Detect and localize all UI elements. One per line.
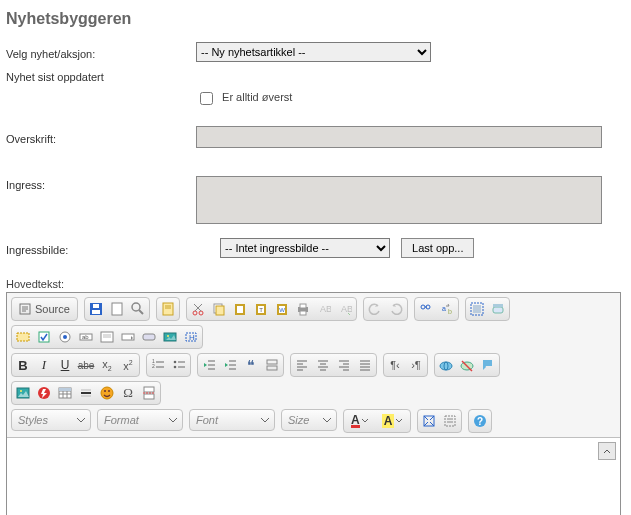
chevron-down-icon [260,415,270,425]
svg-rect-98 [59,388,71,391]
svg-point-103 [104,390,106,392]
size-combo[interactable]: Size [281,409,337,431]
button-last-opp[interactable]: Last opp... [401,238,474,258]
bold-button[interactable]: B [13,355,33,375]
svg-text:W: W [279,307,285,313]
ltr-icon: ¶‹ [390,359,400,371]
spellcheck2-button[interactable]: AB [335,299,355,319]
editor-collapse-button[interactable] [598,442,616,460]
cut-button[interactable] [188,299,208,319]
subscript-button[interactable]: x2 [97,355,117,375]
spellcheck-button[interactable]: AB [314,299,334,319]
table-button[interactable] [55,383,75,403]
underline-icon: U [61,358,70,372]
rich-text-editor: Source T W AB AB [6,292,621,515]
copy-icon [212,302,226,316]
paste-button[interactable] [230,299,250,319]
align-center-button[interactable] [313,355,333,375]
rtl-button[interactable]: ›¶ [406,355,426,375]
svg-point-58 [174,366,177,369]
replace-button[interactable]: ab [437,299,457,319]
indent-icon [223,358,237,372]
label-ingress: Ingress: [6,176,196,191]
textarea-button[interactable] [97,327,117,347]
hr-button[interactable] [76,383,96,403]
find-button[interactable] [416,299,436,319]
showblocks-button[interactable] [440,411,460,431]
div-button[interactable] [262,355,282,375]
unlink-button[interactable] [457,355,477,375]
maximize-button[interactable] [419,411,439,431]
templates-button[interactable] [158,299,178,319]
imagebutton-icon [163,330,177,344]
imagebutton-button[interactable] [160,327,180,347]
textfield-button[interactable]: ab [76,327,96,347]
font-combo[interactable]: Font [189,409,275,431]
bold-icon: B [18,358,27,373]
checkbox-button[interactable] [34,327,54,347]
chevron-down-icon [361,417,369,425]
outdent-button[interactable] [199,355,219,375]
paste-text-button[interactable]: T [251,299,271,319]
bgcolor-button[interactable]: A [376,411,410,431]
paste-word-button[interactable]: W [272,299,292,319]
link-button[interactable] [436,355,456,375]
superscript-button[interactable]: x2 [118,355,138,375]
copy-button[interactable] [209,299,229,319]
svg-rect-17 [237,306,243,313]
image-icon [16,386,30,400]
textcolor-button[interactable]: A [345,411,375,431]
smiley-button[interactable] [97,383,117,403]
redo-button[interactable] [386,299,406,319]
hiddenfield-button[interactable]: H [181,327,201,347]
selectfield-button[interactable] [118,327,138,347]
align-left-button[interactable] [292,355,312,375]
label-alltid-overst: Er alltid øverst [222,91,292,103]
numlist-button[interactable]: 12 [148,355,168,375]
input-overskrift[interactable] [196,126,602,148]
align-right-button[interactable] [334,355,354,375]
label-hovedtekst: Hovedtekst: [6,278,625,290]
select-ingressbilde[interactable]: -- Intet ingressbilde -- [220,238,390,258]
removeformat-button[interactable] [488,299,508,319]
textarea-ingress[interactable] [196,176,602,224]
print-icon [296,302,310,316]
select-nyhet[interactable]: -- Ny nyhetsartikkel -- [196,42,431,62]
undo-button[interactable] [365,299,385,319]
radio-button[interactable] [55,327,75,347]
underline-button[interactable]: U [55,355,75,375]
specialchar-button[interactable]: Ω [118,383,138,403]
preview-button[interactable] [128,299,148,319]
ltr-button[interactable]: ¶‹ [385,355,405,375]
align-justify-button[interactable] [355,355,375,375]
cut-icon [191,302,205,316]
checkbox-alltid-overst[interactable] [200,92,213,105]
image-button[interactable] [13,383,33,403]
print-button[interactable] [293,299,313,319]
link-icon [438,358,454,372]
flash-button[interactable] [34,383,54,403]
pagebreak-button[interactable] [139,383,159,403]
form-icon [16,330,30,344]
button-field-button[interactable] [139,327,159,347]
italic-button[interactable]: I [34,355,54,375]
form-button[interactable] [13,327,33,347]
source-button[interactable]: Source [13,299,76,319]
strike-button[interactable]: abe [76,355,96,375]
unlink-icon [459,358,475,372]
bullist-button[interactable] [169,355,189,375]
anchor-button[interactable] [478,355,498,375]
save-button[interactable] [86,299,106,319]
format-combo[interactable]: Format [97,409,183,431]
svg-point-50 [167,335,169,337]
newpage-icon [111,302,123,316]
svg-point-41 [63,335,67,339]
blockquote-button[interactable]: ❝ [241,355,261,375]
svg-rect-106 [144,394,154,399]
styles-combo[interactable]: Styles [11,409,91,431]
newpage-button[interactable] [107,299,127,319]
indent-button[interactable] [220,355,240,375]
selectall-button[interactable] [467,299,487,319]
about-button[interactable]: ? [470,411,490,431]
editor-body[interactable] [7,438,620,515]
